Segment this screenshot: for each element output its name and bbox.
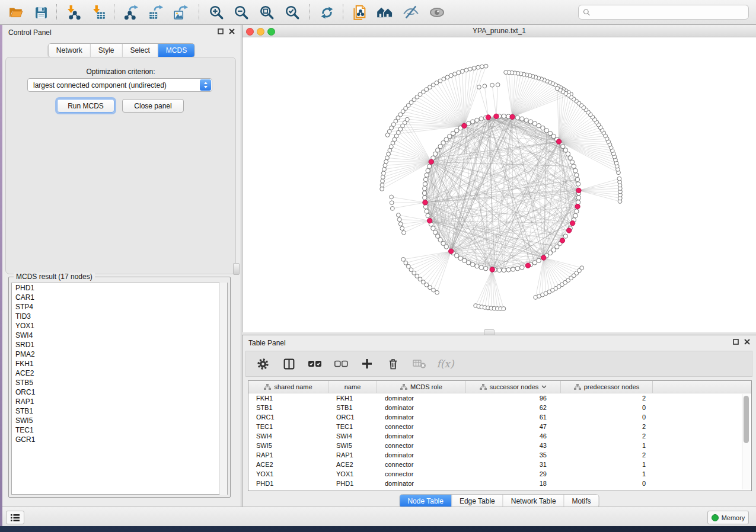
table-row[interactable]: ACE2ACE2connector311 bbox=[248, 460, 751, 469]
column-header-MCDS-role[interactable]: MCDS role bbox=[377, 381, 466, 393]
mcds-result-item[interactable]: TEC1 bbox=[12, 425, 227, 435]
tab-style[interactable]: Style bbox=[90, 44, 122, 57]
mcds-result-item[interactable]: STB1 bbox=[12, 406, 227, 416]
search-box[interactable] bbox=[578, 5, 749, 20]
mcds-result-item[interactable]: ORC1 bbox=[12, 387, 227, 397]
mcds-result-item[interactable]: SRD1 bbox=[12, 340, 227, 350]
memory-status-icon bbox=[712, 514, 719, 521]
table-row[interactable]: SWI5SWI5connector431 bbox=[248, 441, 751, 450]
houses-icon bbox=[377, 4, 393, 21]
mcds-result-item[interactable]: YOX1 bbox=[12, 321, 227, 331]
mcds-result-item[interactable]: STB5 bbox=[12, 378, 227, 387]
close-panel-icon[interactable] bbox=[744, 339, 750, 345]
maximize-window-icon[interactable] bbox=[267, 28, 275, 36]
column-header-successor-nodes[interactable]: successor nodes bbox=[466, 381, 561, 393]
cell-MCDS-role: connector bbox=[377, 441, 466, 450]
tab-motifs[interactable]: Motifs bbox=[564, 495, 599, 507]
mcds-result-item[interactable]: PHD1 bbox=[12, 283, 227, 293]
table-row[interactable]: STB1STB1dominator620 bbox=[248, 403, 751, 412]
run-mcds-button[interactable]: Run MCDS bbox=[57, 99, 114, 113]
cell-shared-name: SWI5 bbox=[248, 441, 328, 450]
close-panel-button[interactable]: Close panel bbox=[122, 99, 184, 113]
network-graph[interactable] bbox=[243, 37, 755, 332]
tab-select[interactable]: Select bbox=[122, 44, 158, 57]
hide-selected-button[interactable] bbox=[401, 2, 421, 23]
memory-label: Memory bbox=[722, 514, 745, 521]
table-row[interactable]: SWI4SWI4dominator462 bbox=[248, 431, 751, 441]
mcds-result-item[interactable]: CAR1 bbox=[12, 293, 227, 302]
tab-network-table[interactable]: Network Table bbox=[503, 495, 564, 507]
column-header-label: name bbox=[344, 383, 361, 390]
column-header-shared-name[interactable]: shared name bbox=[248, 381, 328, 393]
mcds-result-item[interactable]: FKH1 bbox=[12, 359, 227, 368]
table-row[interactable]: ORC1ORC1dominator610 bbox=[248, 412, 751, 422]
function-builder-disabled: f(x) bbox=[438, 357, 452, 371]
cell-shared-name: STB1 bbox=[248, 403, 328, 412]
zoom-selected-button[interactable] bbox=[282, 2, 302, 23]
float-panel-icon[interactable] bbox=[218, 28, 224, 34]
table-row[interactable]: RAP1RAP1dominator352 bbox=[248, 450, 751, 460]
import-table-button[interactable] bbox=[88, 2, 109, 23]
float-panel-icon[interactable] bbox=[733, 339, 739, 345]
add-column-button[interactable] bbox=[360, 357, 374, 371]
save-session-button[interactable] bbox=[31, 2, 51, 23]
cell-predecessor-nodes: 2 bbox=[561, 431, 653, 441]
deselect-all-button[interactable] bbox=[334, 357, 348, 371]
minimize-window-icon[interactable] bbox=[257, 28, 264, 36]
close-window-icon[interactable] bbox=[246, 28, 254, 36]
export-table-button[interactable] bbox=[146, 2, 166, 23]
column-type-icon bbox=[264, 384, 271, 390]
toolbar-separator bbox=[309, 4, 310, 20]
table-row[interactable]: TEC1TEC1connector472 bbox=[248, 422, 751, 431]
refresh-button[interactable] bbox=[317, 2, 337, 23]
show-columns-button[interactable] bbox=[282, 357, 296, 371]
mcds-result-item[interactable]: SWI5 bbox=[12, 416, 227, 425]
mcds-result-item[interactable]: TID3 bbox=[12, 312, 227, 321]
cell-name: SWI4 bbox=[328, 431, 377, 441]
refresh-icon bbox=[320, 5, 334, 20]
table-row[interactable]: PHD1PHD1dominator180 bbox=[248, 479, 751, 488]
mcds-list-scrollbar[interactable] bbox=[219, 283, 227, 495]
search-input[interactable] bbox=[591, 8, 744, 17]
cell-MCDS-role: connector bbox=[377, 422, 466, 431]
export-network-button[interactable] bbox=[122, 2, 142, 23]
mcds-result-item[interactable]: GCR1 bbox=[12, 435, 227, 444]
open-file-button[interactable] bbox=[6, 2, 26, 23]
mcds-result-item[interactable]: ACE2 bbox=[12, 368, 227, 378]
optimization-select[interactable]: largest connected component (undirected) bbox=[27, 78, 212, 92]
tab-node-table[interactable]: Node Table bbox=[400, 495, 451, 507]
first-neighbors-button[interactable] bbox=[350, 2, 370, 23]
table-settings-button[interactable] bbox=[256, 357, 270, 371]
tab-network[interactable]: Network bbox=[49, 44, 90, 57]
zoom-fit-button[interactable] bbox=[257, 2, 277, 23]
mcds-result-item[interactable]: PMA2 bbox=[12, 350, 227, 359]
select-all-button[interactable] bbox=[308, 357, 322, 371]
mcds-result-list[interactable]: PHD1CAR1STP4TID3YOX1SWI4SRD1PMA2FKH1ACE2… bbox=[11, 283, 228, 495]
document-network-icon bbox=[352, 5, 368, 21]
deselect-all-icon bbox=[334, 360, 348, 368]
mcds-result-item[interactable]: RAP1 bbox=[12, 397, 227, 406]
zoom-in-button[interactable] bbox=[206, 2, 227, 23]
mcds-result-item[interactable]: STP4 bbox=[12, 302, 227, 312]
table-row[interactable]: YOX1YOX1connector291 bbox=[248, 469, 751, 479]
app-window: Control Panel NetworkStyleSelectMCDS Opt… bbox=[0, 0, 756, 526]
column-header-predecessor-nodes[interactable]: predecessor nodes bbox=[561, 381, 653, 393]
zoom-out-button[interactable] bbox=[231, 2, 251, 23]
close-panel-icon[interactable] bbox=[229, 28, 235, 34]
export-image-button[interactable] bbox=[171, 2, 191, 23]
delete-column-button[interactable] bbox=[386, 357, 400, 371]
home-networks-button[interactable] bbox=[375, 2, 395, 23]
tab-edge-table[interactable]: Edge Table bbox=[451, 495, 503, 507]
vertical-splitter-handle[interactable] bbox=[233, 263, 240, 275]
import-network-button[interactable] bbox=[63, 2, 83, 23]
table-scrollbar[interactable] bbox=[742, 394, 750, 489]
tab-mcds[interactable]: MCDS bbox=[158, 44, 194, 57]
show-all-button[interactable] bbox=[427, 2, 447, 23]
cell-MCDS-role: connector bbox=[377, 460, 466, 469]
mcds-result-item[interactable]: SWI4 bbox=[12, 331, 227, 340]
task-history-button[interactable] bbox=[6, 511, 24, 524]
table-scrollbar-thumb[interactable] bbox=[744, 396, 749, 443]
table-row[interactable]: FKH1FKH1dominator962 bbox=[248, 393, 751, 403]
memory-button[interactable]: Memory bbox=[707, 511, 749, 524]
column-header-name[interactable]: name bbox=[328, 381, 377, 393]
